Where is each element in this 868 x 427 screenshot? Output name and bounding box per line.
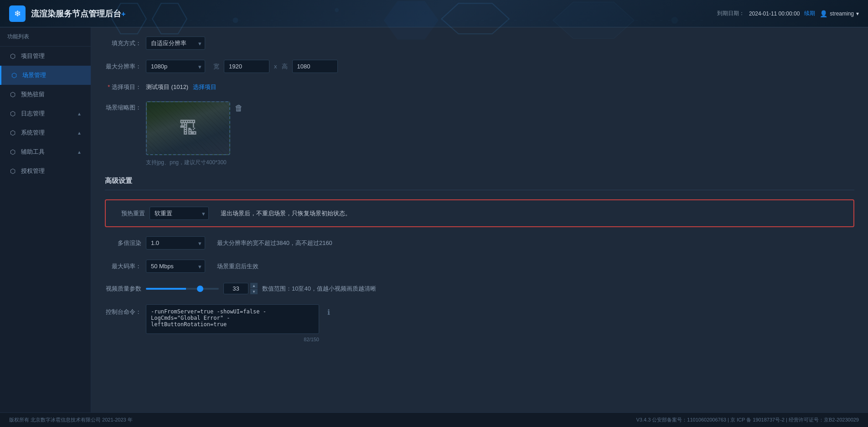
multi-render-select-wrapper: 1.0 1.5 2.0 [146,236,205,250]
main-layout: 功能列表 ⬡ 项目管理 ⬡ 场景管理 ⬡ 预热驻留 ⬡ 日志管理 ▲ ⬡ 系统管… [0,27,868,412]
preheat-icon: ⬡ [9,91,16,98]
header-right: 到期日期： 2024-01-11 00:00:00 续期 👤 streaming… [717,10,859,17]
sidebar-label-tools: 辅助工具 [21,148,45,156]
app-title: 流渲染服务节点管理后台+ [31,8,125,19]
cmd-group: -runFromServer=true -showUI=false -LogCm… [146,304,319,342]
cmd-textarea[interactable]: -runFromServer=true -showUI=false -LogCm… [146,304,319,334]
system-arrow: ▲ [77,130,82,135]
resolution-select-wrapper: 720p 1080p 2K 4K [146,60,205,73]
cmd-info-icon[interactable]: ℹ [327,308,330,317]
quality-value-input[interactable] [223,283,248,294]
system-icon: ⬡ [9,129,16,136]
auth-icon: ⬡ [9,167,16,175]
user-menu[interactable]: 👤 streaming ▾ [820,10,859,17]
video-quality-row: 视频质量参数 ▲ ▼ 数值范围：10至40，值越小视频画质越清晰 [105,283,854,294]
delete-thumbnail-button[interactable]: 🗑 [235,101,243,113]
sidebar-label-auth: 授权管理 [21,167,45,175]
slider-container: ▲ ▼ 数值范围：10至40，值越小视频画质越清晰 [146,283,376,294]
height-label: 高 [282,62,288,71]
log-icon: ⬡ [9,110,16,117]
sidebar-label-scene: 场景管理 [22,71,46,79]
thumbnail-image[interactable] [146,101,230,155]
svg-point-6 [335,8,339,12]
sidebar: 功能列表 ⬡ 项目管理 ⬡ 场景管理 ⬡ 预热驻留 ⬡ 日志管理 ▲ ⬡ 系统管… [0,27,91,412]
log-arrow: ▲ [77,111,82,116]
sidebar-item-project[interactable]: ⬡ 项目管理 [0,47,91,66]
project-label: 选择项目： [105,83,141,91]
quality-decrement[interactable]: ▼ [250,289,258,294]
resolution-select[interactable]: 720p 1080p 2K 4K [146,60,205,73]
logo-icon: ❄ [9,5,26,22]
max-bitrate-label: 最大码率： [105,262,141,271]
user-icon: 👤 [820,10,827,17]
width-input[interactable] [224,60,269,73]
quality-stepper: ▲ ▼ [250,283,258,294]
thumbnail-label: 场景缩略图： [105,101,141,112]
content-area: 填充方式： 自适应分辨率 拉伸 裁剪 黑边 最大分辨率： 720p 1080p … [91,27,868,412]
multi-render-row: 多倍渲染 1.0 1.5 2.0 最大分辨率的宽不超过3840，高不超过2160 [105,236,854,250]
expiry-date: 2024-01-11 00:00:00 [749,10,800,17]
cmd-row: 控制台命令： -runFromServer=true -showUI=false… [105,304,854,342]
sidebar-label-system: 系统管理 [21,129,45,137]
thumbnail-hint: 支持jpg、png，建议尺寸400*300 [146,159,243,167]
cmd-label: 控制台命令： [105,304,141,316]
sidebar-item-auth[interactable]: ⬡ 授权管理 [0,161,91,181]
project-info: 测试项目 (1012) [146,83,188,91]
preheat-reset-label: 预热重置 [113,209,145,218]
fill-mode-row: 填充方式： 自适应分辨率 拉伸 裁剪 黑边 [105,36,854,50]
tools-icon: ⬡ [9,148,16,156]
footer-copyright: 版权所有 北京数字冰雹信息技术有限公司 2021-2023 年 [9,417,133,423]
fill-mode-select[interactable]: 自适应分辨率 拉伸 裁剪 黑边 [146,36,205,50]
thumbnail-box: 🗑 [146,101,243,155]
thumbnail-section: 场景缩略图： 🗑 支持jpg、png，建议尺寸400*300 [105,101,854,167]
renew-link[interactable]: 续期 [804,10,815,17]
preheat-reset-select-wrapper: 软重置 硬重置 不重置 [150,207,209,220]
thumbnail-content: 🗑 支持jpg、png，建议尺寸400*300 [146,101,243,167]
footer-version: V3.4.3 公安部备案号：11010602006763 | 京 ICP 备 1… [636,417,859,423]
fill-mode-select-wrapper: 自适应分辨率 拉伸 裁剪 黑边 [146,36,205,50]
sidebar-item-scene[interactable]: ⬡ 场景管理 [0,66,91,85]
width-label: 宽 [213,62,219,71]
fill-mode-label: 填充方式： [105,39,141,47]
user-chevron: ▾ [856,10,859,17]
multi-render-label: 多倍渲染 [105,239,141,247]
quality-increment[interactable]: ▲ [250,283,258,288]
cmd-count: 82/150 [146,337,319,342]
max-resolution-label: 最大分辨率： [105,62,141,71]
scene-icon: ⬡ [10,72,18,79]
title-plus: + [121,10,125,18]
height-input[interactable] [292,60,338,73]
title-text: 流渲染服务节点管理后台 [31,9,121,18]
max-bitrate-row: 最大码率： 10 Mbps 20 Mbps 50 Mbps 100 Mbps 场… [105,260,854,273]
video-quality-label: 视频质量参数 [105,285,141,293]
sidebar-item-preheat[interactable]: ⬡ 预热驻留 [0,85,91,104]
preheat-reset-desc: 退出场景后，不重启场景，只恢复场景初始状态。 [221,209,351,218]
video-quality-desc: 数值范围：10至40，值越小视频画质越清晰 [262,285,376,293]
header: ❄ 流渲染服务节点管理后台+ 到期日期： 2024-01-11 00:00:00… [0,0,868,27]
slider-value-group: ▲ ▼ [223,283,258,294]
sidebar-header: 功能列表 [0,27,91,47]
preheat-reset-row: 预热重置 软重置 硬重置 不重置 退出场景后，不重启场景，只恢复场景初始状态。 [105,199,854,227]
sidebar-item-system[interactable]: ⬡ 系统管理 ▲ [0,123,91,142]
header-left: ❄ 流渲染服务节点管理后台+ [9,5,125,22]
quality-slider[interactable] [146,288,219,290]
username: streaming [830,10,854,17]
expiry-label: 到期日期： [717,10,744,17]
svg-point-5 [233,18,238,23]
max-bitrate-select-wrapper: 10 Mbps 20 Mbps 50 Mbps 100 Mbps [146,260,205,273]
max-bitrate-desc: 场景重启后生效 [217,262,258,271]
preheat-reset-select[interactable]: 软重置 硬重置 不重置 [150,207,209,220]
sidebar-label-project: 项目管理 [21,52,45,60]
max-bitrate-select[interactable]: 10 Mbps 20 Mbps 50 Mbps 100 Mbps [146,260,205,273]
sidebar-item-tools[interactable]: ⬡ 辅助工具 ▲ [0,142,91,161]
multi-render-desc: 最大分辨率的宽不超过3840，高不超过2160 [217,239,332,247]
tools-arrow: ▲ [77,150,82,155]
multi-render-select[interactable]: 1.0 1.5 2.0 [146,236,205,250]
select-project-link[interactable]: 选择项目 [193,83,217,91]
footer: 版权所有 北京数字冰雹信息技术有限公司 2021-2023 年 V3.4.3 公… [0,412,868,427]
svg-point-7 [671,17,678,24]
x-separator: x [274,63,277,70]
max-resolution-row: 最大分辨率： 720p 1080p 2K 4K 宽 x 高 [105,60,854,73]
advanced-section-title: 高级设置 [105,177,854,190]
sidebar-item-log[interactable]: ⬡ 日志管理 ▲ [0,104,91,123]
